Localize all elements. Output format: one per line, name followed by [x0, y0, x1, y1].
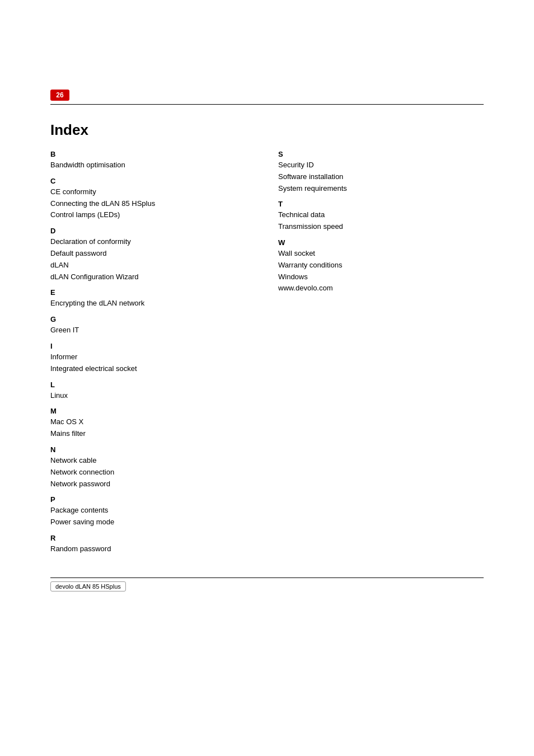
index-item: Integrated electrical socket	[50, 363, 256, 375]
section-letter-n: N	[50, 445, 256, 454]
index-item-software-installation: Software installation	[278, 171, 484, 183]
device-name-badge: devolo dLAN 85 HSplus	[50, 581, 126, 591]
index-item: Security ID	[278, 159, 484, 171]
page-number-badge: 26	[50, 90, 69, 101]
index-item: Wall socket	[278, 248, 484, 260]
index-item: Network connection	[50, 467, 256, 478]
index-item: Power saving mode	[50, 516, 256, 528]
bottom-bar: devolo dLAN 85 HSplus	[50, 577, 484, 591]
index-item: dLAN Configuration Wizard	[50, 271, 256, 283]
index-item: Transmission speed	[278, 221, 484, 233]
top-bar: 26	[50, 90, 484, 105]
section-letter-i: I	[50, 342, 256, 350]
index-title: Index	[50, 121, 484, 139]
index-item: Green IT	[50, 325, 256, 336]
section-letter-l: L	[50, 381, 256, 389]
index-item: www.devolo.com	[278, 283, 484, 294]
index-item: Windows	[278, 271, 484, 283]
index-item: Connecting the dLAN 85 HSplus	[50, 198, 256, 210]
section-letter-s: S	[278, 150, 484, 158]
section-letter-t: T	[278, 200, 484, 208]
index-item: System requirements	[278, 183, 484, 195]
index-item: Random password	[50, 543, 256, 555]
index-item: dLAN	[50, 260, 256, 271]
index-item: Encrypting the dLAN network	[50, 298, 256, 309]
index-item: Network password	[50, 478, 256, 490]
index-left-column: B Bandwidth optimisation C CE conformity…	[50, 150, 256, 555]
section-letter-w: W	[278, 238, 484, 247]
index-item: Linux	[50, 390, 256, 402]
section-letter-e: E	[50, 288, 256, 297]
index-item: Package contents	[50, 505, 256, 516]
index-item: Mac OS X	[50, 416, 256, 428]
index-item: Control lamps (LEDs)	[50, 209, 256, 221]
index-item: Network cable	[50, 455, 256, 467]
index-item: Technical data	[278, 209, 484, 221]
index-right-column: S Security ID Software installation Syst…	[278, 150, 484, 555]
index-item: Default password	[50, 248, 256, 260]
index-item: Informer	[50, 351, 256, 363]
section-letter-c: C	[50, 177, 256, 185]
content-area: Index B Bandwidth optimisation C CE conf…	[50, 121, 484, 555]
index-item: Warranty conditions	[278, 260, 484, 271]
section-letter-r: R	[50, 534, 256, 542]
index-item: Mains filter	[50, 428, 256, 440]
section-letter-p: P	[50, 495, 256, 504]
section-letter-d: D	[50, 227, 256, 235]
index-item: Declaration of conformity	[50, 236, 256, 248]
section-letter-m: M	[50, 407, 256, 415]
page-container: 26 Index B Bandwidth optimisation C CE c…	[0, 90, 534, 756]
index-columns: B Bandwidth optimisation C CE conformity…	[50, 150, 484, 555]
index-item: CE conformity	[50, 186, 256, 198]
index-item: Bandwidth optimisation	[50, 159, 256, 171]
section-letter-g: G	[50, 315, 256, 323]
section-letter-b: B	[50, 150, 256, 158]
